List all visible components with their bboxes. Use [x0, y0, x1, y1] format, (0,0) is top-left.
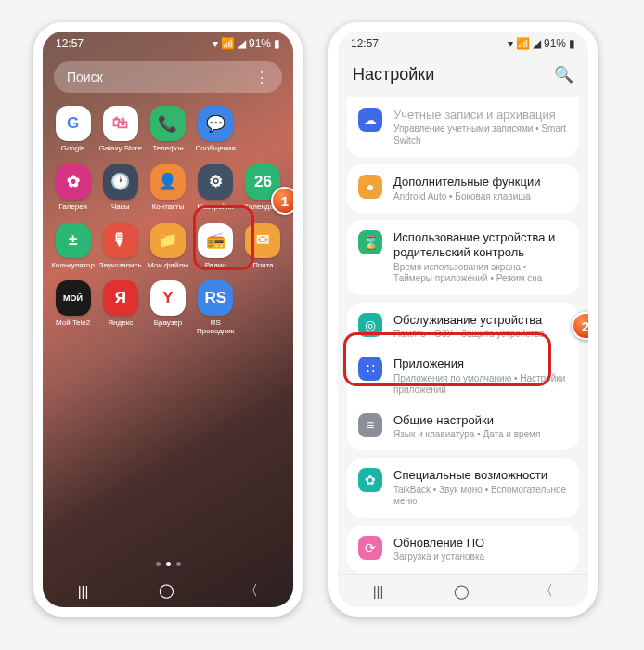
- nav-back[interactable]: 〈: [539, 582, 553, 600]
- row-subtitle: Руководство пользователя: [393, 607, 568, 618]
- battery-label: 91%: [249, 37, 271, 50]
- battery-icon: ▮: [569, 37, 575, 50]
- row-title: Приложения: [393, 357, 568, 371]
- row-icon: ●: [358, 175, 382, 199]
- row-text: Использование устройства и родительский …: [393, 230, 568, 285]
- app-icon: ±: [56, 223, 91, 258]
- settings-card: ✿Специальные возможностиTalkBack • Звук …: [347, 458, 579, 517]
- battery-label: 91%: [544, 37, 566, 50]
- app-Галерея[interactable]: ✿Галерея: [50, 164, 96, 212]
- app-icon: ⚙: [198, 164, 233, 200]
- settings-row[interactable]: ☁Учетные записи и архивацияУправление уч…: [347, 99, 579, 155]
- app-icon: 📁: [150, 223, 186, 258]
- app-label: Телефон: [152, 145, 183, 153]
- app-label: Контакты: [152, 203, 185, 212]
- status-time: 12:57: [351, 37, 379, 50]
- row-text: Специальные возможностиTalkBack • Звук м…: [393, 468, 568, 507]
- app-Радио[interactable]: 📻Радио: [193, 223, 238, 270]
- nav-home[interactable]: ◯: [454, 583, 470, 600]
- row-icon: ⟳: [358, 536, 382, 560]
- settings-card: ⟳Обновление ПОЗагрузка и установка: [347, 526, 579, 574]
- app-Часы[interactable]: 🕐Часы: [97, 164, 143, 212]
- nav-back[interactable]: 〈: [244, 582, 258, 600]
- phone-settings: 12:57 ▾ 📶 ◢ 91% ▮ Настройки 🔍 ☁Учетные з…: [328, 22, 598, 617]
- more-icon[interactable]: ⋮: [254, 69, 269, 86]
- settings-card: ☁Учетные записи и архивацияУправление уч…: [347, 98, 579, 157]
- row-icon: ∷: [358, 357, 382, 381]
- app-icon: 📻: [198, 223, 233, 258]
- row-text: Дополнительные функцииAndroid Auto • Бок…: [393, 175, 568, 202]
- volte-icon: ▾: [213, 37, 218, 50]
- row-icon: ⌛: [358, 230, 382, 254]
- row-title: Учетные записи и архивация: [393, 108, 568, 123]
- signal-icon: ◢: [238, 37, 246, 50]
- row-text: Обслуживание устройстваПамять • ОЗУ • За…: [393, 313, 568, 341]
- app-icon: МОЙ: [56, 280, 91, 316]
- app-Почта[interactable]: ✉Почта: [240, 223, 286, 270]
- settings-row[interactable]: ✿Специальные возможностиTalkBack • Звук …: [347, 460, 579, 515]
- app-label: Мои файлы: [148, 262, 188, 270]
- row-text: ПриложенияПриложения по умолчанию • Наст…: [393, 357, 568, 396]
- app-icon: 📞: [150, 106, 186, 141]
- settings-header: Настройки 🔍: [338, 56, 588, 98]
- nav-recents[interactable]: |||: [78, 583, 89, 599]
- app-Телефон[interactable]: 📞Телефон: [145, 106, 190, 153]
- app-Яндекс[interactable]: ЯЯндекс: [97, 280, 143, 336]
- settings-card: ◎Обслуживание устройстваПамять • ОЗУ • З…: [347, 303, 579, 451]
- app-label: Яндекс: [108, 319, 133, 328]
- app-label: Google: [61, 145, 85, 153]
- app-label: Радио: [205, 262, 226, 270]
- row-subtitle: Память • ОЗУ • Защита устройства: [393, 329, 568, 341]
- wifi-icon: 📶: [516, 37, 530, 50]
- row-subtitle: Android Auto • Боковая клавиша: [393, 191, 568, 203]
- status-bar: 12:57 ▾ 📶 ◢ 91% ▮: [43, 32, 293, 56]
- app-label: Звукозапись: [99, 262, 142, 270]
- app-Сообщения[interactable]: 💬Сообщения: [193, 106, 238, 153]
- app-label: Сообщения: [195, 145, 235, 153]
- app-Настройки[interactable]: ⚙Настройки: [193, 164, 238, 212]
- row-title: Дополнительные функции: [393, 175, 568, 189]
- row-subtitle: Время использования экрана • Таймеры при…: [393, 262, 568, 285]
- row-subtitle: Язык и клавиатура • Дата и время: [393, 429, 568, 441]
- search-input[interactable]: Поиск ⋮: [54, 61, 282, 93]
- row-title: Обслуживание устройства: [393, 313, 568, 328]
- app-RS Проводник[interactable]: RSRS Проводник: [193, 280, 238, 336]
- settings-row[interactable]: ●Дополнительные функцииAndroid Auto • Бо…: [347, 166, 579, 211]
- app-icon: ✿: [56, 164, 91, 200]
- settings-card: ⌛Использование устройства и родительский…: [347, 220, 579, 295]
- app-Galaxy Store[interactable]: 🛍Galaxy Store: [97, 106, 143, 153]
- step-badge-1: 1: [271, 187, 299, 214]
- app-Мои файлы[interactable]: 📁Мои файлы: [145, 223, 190, 270]
- app-Звукозапись[interactable]: 🎙Звукозапись: [97, 223, 143, 270]
- app-Google[interactable]: GGoogle: [50, 106, 96, 153]
- app-Калькулятор[interactable]: ±Калькулятор: [50, 223, 96, 270]
- nav-recents[interactable]: |||: [373, 583, 384, 599]
- row-title: Общие настройки: [393, 413, 568, 428]
- app-icon: G: [56, 106, 91, 141]
- app-Браузер[interactable]: YБраузер: [145, 280, 190, 336]
- settings-row[interactable]: ≡Общие настройкиЯзык и клавиатура • Дата…: [347, 405, 579, 449]
- app-icon: 💬: [198, 106, 233, 141]
- row-icon: ≡: [358, 413, 382, 437]
- app-Мой Tele2[interactable]: МОЙМой Tele2: [50, 280, 96, 336]
- row-text: Обновление ПОЗагрузка и установка: [393, 536, 568, 564]
- app-label: Настройки: [198, 203, 234, 212]
- app-Контакты[interactable]: 👤Контакты: [145, 164, 190, 212]
- settings-row[interactable]: ∷ПриложенияПриложения по умолчанию • Нас…: [347, 348, 579, 404]
- settings-row[interactable]: ⟳Обновление ПОЗагрузка и установка: [347, 527, 579, 572]
- settings-row[interactable]: ⌛Использование устройства и родительский…: [347, 222, 579, 293]
- settings-title: Настройки: [353, 65, 434, 84]
- app-label: Galaxy Store: [99, 145, 142, 153]
- settings-row[interactable]: ◎Обслуживание устройстваПамять • ОЗУ • З…: [347, 305, 579, 349]
- app-icon: Я: [103, 280, 138, 316]
- volte-icon: ▾: [508, 37, 513, 50]
- row-subtitle: Приложения по умолчанию • Настройки прил…: [393, 373, 568, 396]
- settings-card: ●Дополнительные функцииAndroid Auto • Бо…: [347, 164, 579, 213]
- nav-home[interactable]: ◯: [159, 582, 174, 599]
- app-icon: 🎙: [103, 223, 138, 258]
- app-icon: Y: [150, 280, 186, 316]
- wifi-icon: 📶: [221, 37, 235, 50]
- row-subtitle: Загрузка и установка: [393, 552, 568, 564]
- search-icon[interactable]: 🔍: [554, 65, 573, 84]
- app-label: Калькулятор: [51, 262, 95, 270]
